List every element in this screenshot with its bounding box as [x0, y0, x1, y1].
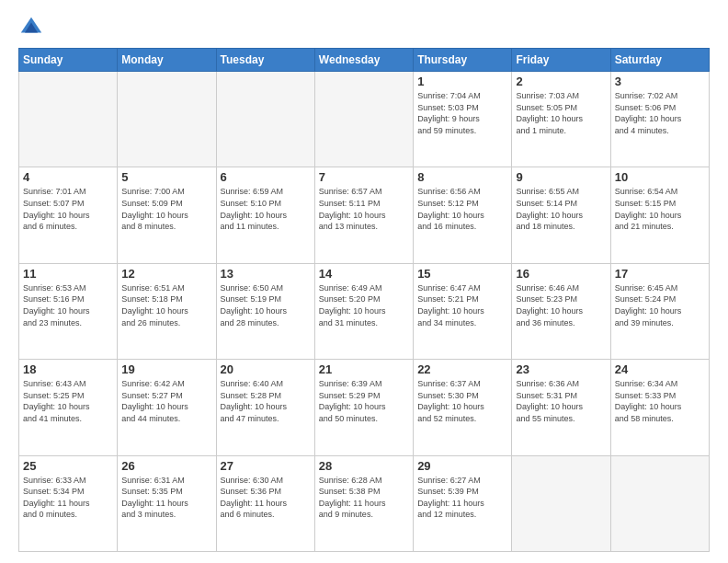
- day-number: 10: [615, 170, 705, 184]
- calendar-cell: [19, 72, 118, 167]
- calendar-cell: 18Sunrise: 6:43 AM Sunset: 5:25 PM Dayli…: [19, 360, 118, 455]
- day-number: 12: [121, 267, 211, 281]
- day-number: 21: [319, 362, 409, 376]
- calendar-cell: [118, 72, 216, 167]
- logo: [18, 15, 48, 40]
- calendar-cell: 27Sunrise: 6:30 AM Sunset: 5:36 PM Dayli…: [216, 455, 314, 551]
- calendar-cell: 21Sunrise: 6:39 AM Sunset: 5:29 PM Dayli…: [314, 360, 413, 455]
- day-info: Sunrise: 6:34 AM Sunset: 5:33 PM Dayligh…: [615, 378, 705, 424]
- calendar-cell: 7Sunrise: 6:57 AM Sunset: 5:11 PM Daylig…: [314, 167, 413, 263]
- calendar-cell: 9Sunrise: 6:55 AM Sunset: 5:14 PM Daylig…: [512, 167, 610, 263]
- calendar-cell: 14Sunrise: 6:49 AM Sunset: 5:20 PM Dayli…: [314, 263, 413, 359]
- day-number: 25: [23, 459, 113, 473]
- day-number: 20: [221, 362, 311, 376]
- day-info: Sunrise: 6:28 AM Sunset: 5:38 PM Dayligh…: [319, 475, 409, 521]
- day-info: Sunrise: 6:59 AM Sunset: 5:10 PM Dayligh…: [221, 186, 311, 232]
- calendar-cell: 8Sunrise: 6:56 AM Sunset: 5:12 PM Daylig…: [414, 167, 512, 263]
- day-number: 13: [221, 267, 311, 281]
- calendar-cell: 28Sunrise: 6:28 AM Sunset: 5:38 PM Dayli…: [314, 455, 413, 551]
- calendar-cell: [610, 455, 709, 551]
- day-info: Sunrise: 6:39 AM Sunset: 5:29 PM Dayligh…: [319, 378, 409, 424]
- day-info: Sunrise: 6:33 AM Sunset: 5:34 PM Dayligh…: [23, 475, 113, 521]
- day-info: Sunrise: 6:36 AM Sunset: 5:31 PM Dayligh…: [516, 378, 606, 424]
- day-info: Sunrise: 6:49 AM Sunset: 5:20 PM Dayligh…: [319, 282, 409, 328]
- day-info: Sunrise: 6:51 AM Sunset: 5:18 PM Dayligh…: [121, 282, 211, 328]
- calendar-cell: 12Sunrise: 6:51 AM Sunset: 5:18 PM Dayli…: [118, 263, 216, 359]
- day-info: Sunrise: 6:30 AM Sunset: 5:36 PM Dayligh…: [221, 475, 311, 521]
- weekday-header-thursday: Thursday: [414, 49, 512, 72]
- day-number: 9: [516, 170, 606, 184]
- weekday-header-sunday: Sunday: [19, 49, 118, 72]
- page: SundayMondayTuesdayWednesdayThursdayFrid…: [0, 0, 728, 563]
- day-number: 17: [615, 267, 705, 281]
- day-info: Sunrise: 6:55 AM Sunset: 5:14 PM Dayligh…: [516, 186, 606, 232]
- calendar-cell: [512, 455, 610, 551]
- day-info: Sunrise: 6:53 AM Sunset: 5:16 PM Dayligh…: [23, 282, 113, 328]
- day-number: 2: [516, 75, 606, 88]
- day-info: Sunrise: 6:40 AM Sunset: 5:28 PM Dayligh…: [221, 378, 311, 424]
- day-info: Sunrise: 7:01 AM Sunset: 5:07 PM Dayligh…: [23, 186, 113, 232]
- day-number: 15: [417, 267, 507, 281]
- weekday-header-row: SundayMondayTuesdayWednesdayThursdayFrid…: [19, 49, 710, 72]
- day-info: Sunrise: 6:43 AM Sunset: 5:25 PM Dayligh…: [23, 378, 113, 424]
- calendar-cell: 13Sunrise: 6:50 AM Sunset: 5:19 PM Dayli…: [216, 263, 314, 359]
- day-number: 11: [23, 267, 113, 281]
- day-info: Sunrise: 6:31 AM Sunset: 5:35 PM Dayligh…: [121, 475, 211, 521]
- calendar-cell: 6Sunrise: 6:59 AM Sunset: 5:10 PM Daylig…: [216, 167, 314, 263]
- week-row-2: 11Sunrise: 6:53 AM Sunset: 5:16 PM Dayli…: [19, 263, 710, 359]
- day-info: Sunrise: 6:46 AM Sunset: 5:23 PM Dayligh…: [516, 282, 606, 328]
- header: [18, 15, 710, 40]
- calendar-cell: 20Sunrise: 6:40 AM Sunset: 5:28 PM Dayli…: [216, 360, 314, 455]
- week-row-1: 4Sunrise: 7:01 AM Sunset: 5:07 PM Daylig…: [19, 167, 710, 263]
- day-number: 1: [417, 75, 507, 88]
- day-info: Sunrise: 6:54 AM Sunset: 5:15 PM Dayligh…: [615, 186, 705, 232]
- day-info: Sunrise: 6:45 AM Sunset: 5:24 PM Dayligh…: [615, 282, 705, 328]
- calendar-cell: 3Sunrise: 7:02 AM Sunset: 5:06 PM Daylig…: [610, 72, 709, 167]
- day-number: 5: [121, 170, 211, 184]
- day-number: 27: [221, 459, 311, 473]
- calendar-cell: 1Sunrise: 7:04 AM Sunset: 5:03 PM Daylig…: [414, 72, 512, 167]
- day-info: Sunrise: 6:42 AM Sunset: 5:27 PM Dayligh…: [121, 378, 211, 424]
- calendar-cell: 5Sunrise: 7:00 AM Sunset: 5:09 PM Daylig…: [118, 167, 216, 263]
- calendar-cell: 22Sunrise: 6:37 AM Sunset: 5:30 PM Dayli…: [414, 360, 512, 455]
- weekday-header-saturday: Saturday: [610, 49, 709, 72]
- day-info: Sunrise: 6:50 AM Sunset: 5:19 PM Dayligh…: [221, 282, 311, 328]
- day-info: Sunrise: 6:47 AM Sunset: 5:21 PM Dayligh…: [417, 282, 507, 328]
- day-number: 24: [615, 362, 705, 376]
- day-number: 16: [516, 267, 606, 281]
- calendar-cell: 2Sunrise: 7:03 AM Sunset: 5:05 PM Daylig…: [512, 72, 610, 167]
- day-number: 8: [417, 170, 507, 184]
- day-info: Sunrise: 7:02 AM Sunset: 5:06 PM Dayligh…: [615, 90, 705, 136]
- calendar-table: SundayMondayTuesdayWednesdayThursdayFrid…: [18, 48, 710, 552]
- calendar-cell: 10Sunrise: 6:54 AM Sunset: 5:15 PM Dayli…: [610, 167, 709, 263]
- calendar-cell: 24Sunrise: 6:34 AM Sunset: 5:33 PM Dayli…: [610, 360, 709, 455]
- calendar-cell: 16Sunrise: 6:46 AM Sunset: 5:23 PM Dayli…: [512, 263, 610, 359]
- day-number: 19: [121, 362, 211, 376]
- day-number: 26: [121, 459, 211, 473]
- calendar-cell: 15Sunrise: 6:47 AM Sunset: 5:21 PM Dayli…: [414, 263, 512, 359]
- weekday-header-monday: Monday: [118, 49, 216, 72]
- day-info: Sunrise: 6:57 AM Sunset: 5:11 PM Dayligh…: [319, 186, 409, 232]
- week-row-4: 25Sunrise: 6:33 AM Sunset: 5:34 PM Dayli…: [19, 455, 710, 551]
- calendar-cell: 29Sunrise: 6:27 AM Sunset: 5:39 PM Dayli…: [414, 455, 512, 551]
- day-number: 7: [319, 170, 409, 184]
- calendar-cell: 17Sunrise: 6:45 AM Sunset: 5:24 PM Dayli…: [610, 263, 709, 359]
- day-number: 4: [23, 170, 113, 184]
- weekday-header-friday: Friday: [512, 49, 610, 72]
- day-info: Sunrise: 6:56 AM Sunset: 5:12 PM Dayligh…: [417, 186, 507, 232]
- weekday-header-wednesday: Wednesday: [314, 49, 413, 72]
- week-row-3: 18Sunrise: 6:43 AM Sunset: 5:25 PM Dayli…: [19, 360, 710, 455]
- day-info: Sunrise: 7:04 AM Sunset: 5:03 PM Dayligh…: [417, 90, 507, 136]
- day-number: 3: [615, 75, 705, 88]
- day-info: Sunrise: 7:00 AM Sunset: 5:09 PM Dayligh…: [121, 186, 211, 232]
- day-number: 6: [221, 170, 311, 184]
- day-number: 18: [23, 362, 113, 376]
- day-number: 22: [417, 362, 507, 376]
- weekday-header-tuesday: Tuesday: [216, 49, 314, 72]
- calendar-cell: 19Sunrise: 6:42 AM Sunset: 5:27 PM Dayli…: [118, 360, 216, 455]
- calendar-cell: [216, 72, 314, 167]
- day-number: 29: [417, 459, 507, 473]
- calendar-cell: 25Sunrise: 6:33 AM Sunset: 5:34 PM Dayli…: [19, 455, 118, 551]
- calendar-cell: 11Sunrise: 6:53 AM Sunset: 5:16 PM Dayli…: [19, 263, 118, 359]
- calendar-cell: 26Sunrise: 6:31 AM Sunset: 5:35 PM Dayli…: [118, 455, 216, 551]
